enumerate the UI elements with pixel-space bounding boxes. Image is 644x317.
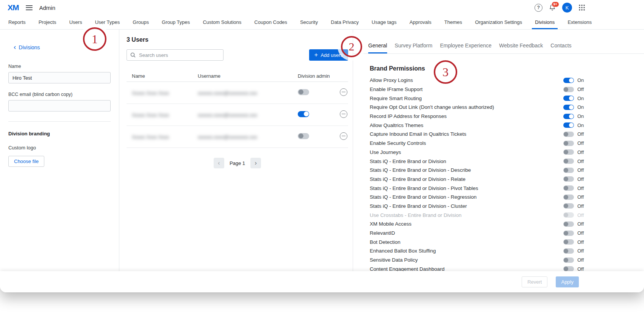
tab-employee-experience[interactable]: Employee Experience	[440, 42, 491, 53]
permission-state: Off	[577, 176, 587, 182]
permissions-tabs: GeneralSurvey PlatformEmployee Experienc…	[353, 30, 644, 54]
permission-toggle[interactable]	[563, 185, 574, 191]
permission-toggle[interactable]	[563, 158, 574, 164]
app-grid-icon[interactable]	[578, 4, 585, 11]
permission-toggle[interactable]	[563, 231, 574, 236]
permission-row-stats-iq-entire-brand-or-division-cluster: Stats iQ - Entire Brand or Division - Cl…	[370, 202, 587, 211]
tab-website-feedback[interactable]: Website Feedback	[499, 42, 543, 53]
nav-tab-projects[interactable]: Projects	[39, 15, 56, 29]
annotation-number: 3	[442, 65, 449, 79]
nav-tab-security[interactable]: Security	[300, 15, 318, 29]
user-name-redacted: Xxxxx Xxxx Xxxx	[132, 90, 169, 96]
permission-label: Sensitive Data Policy	[370, 257, 563, 263]
brand-permissions-heading: Brand Permissions	[370, 65, 644, 72]
back-link-label: Divisions	[19, 44, 40, 50]
permission-label: RelevantID	[370, 230, 563, 236]
permission-row-stats-iq-entire-brand-or-division: Stats iQ - Entire Brand or DivisionOff	[370, 157, 587, 166]
permission-row-stats-iq-entire-brand-or-division-regression: Stats iQ - Entire Brand or Division - Re…	[370, 193, 587, 202]
permission-toggle[interactable]	[563, 176, 574, 182]
remove-user-icon[interactable]	[340, 132, 347, 140]
nav-tab-coupon-codes[interactable]: Coupon Codes	[254, 15, 287, 29]
permission-toggle[interactable]	[563, 257, 574, 263]
nav-tab-data-privacy[interactable]: Data Privacy	[331, 15, 359, 29]
permission-toggle[interactable]	[563, 78, 574, 83]
permission-toggle[interactable]	[563, 105, 574, 110]
division-admin-toggle[interactable]	[298, 133, 309, 139]
user-username-redacted: xxxxxx.xxxx@xxxxxxxx.xxx	[198, 112, 257, 118]
permission-label: Allow Proxy Logins	[370, 77, 563, 83]
permission-toggle[interactable]	[563, 221, 574, 227]
permission-label: Stats iQ - Entire Brand or Division - Re…	[370, 176, 563, 182]
permission-label: Enable Security Controls	[370, 140, 563, 146]
nav-tab-reports[interactable]: Reports	[8, 15, 26, 29]
permission-toggle[interactable]	[563, 195, 574, 200]
permission-toggle[interactable]	[563, 248, 574, 254]
tab-general[interactable]: General	[368, 42, 387, 53]
tab-survey-platform[interactable]: Survey Platform	[395, 42, 433, 53]
top-bar-right: ? 9+ K	[535, 3, 585, 13]
nav-tab-organization-settings[interactable]: Organization Settings	[475, 15, 522, 29]
avatar[interactable]: K	[562, 3, 572, 13]
user-name-redacted: Xxxxx Xxxx Xxxx	[132, 112, 169, 118]
permission-toggle[interactable]	[563, 96, 574, 101]
permission-row-sensitive-data-policy: Sensitive Data PolicyOff	[370, 256, 587, 265]
notifications-bell-icon[interactable]: 9+	[549, 4, 556, 11]
permission-row-xm-mobile-access: XM Mobile AccessOff	[370, 220, 587, 229]
permission-toggle[interactable]	[563, 149, 574, 155]
apply-button[interactable]: Apply	[556, 276, 579, 287]
nav-tab-usage-tags[interactable]: Usage tags	[372, 15, 397, 29]
division-name-input[interactable]	[8, 72, 111, 83]
nav-tab-themes[interactable]: Themes	[444, 15, 462, 29]
bcc-email-input[interactable]	[8, 100, 111, 111]
nav-tab-users[interactable]: Users	[69, 15, 82, 29]
permission-label: Enable IFrame Support	[370, 86, 563, 92]
permission-row-bot-detection: Bot DetectionOff	[370, 237, 587, 246]
content-area: ‹ Divisions Name BCC email (blind carbon…	[0, 30, 644, 271]
previous-page-button[interactable]: ‹	[214, 158, 224, 168]
permission-toggle[interactable]	[563, 87, 574, 92]
division-admin-toggle[interactable]	[298, 89, 309, 95]
nav-tab-custom-solutions[interactable]: Custom Solutions	[203, 15, 241, 29]
plus-icon: +	[314, 52, 318, 58]
permission-row-allow-proxy-logins: Allow Proxy LoginsOn	[370, 76, 587, 85]
permission-label: Stats iQ - Entire Brand or Division	[370, 158, 563, 164]
user-username-redacted: xxxxxx.xxxx@xxxxxxxx.xxx	[198, 134, 257, 140]
nav-tab-groups[interactable]: Groups	[133, 15, 149, 29]
permission-state: Off	[577, 257, 587, 263]
top-bar-left: XM Admin	[8, 3, 55, 12]
table-row: Xxxxx Xxxx Xxxxxxxxxx.xxxx@xxxxxxxx.xxx	[127, 126, 348, 148]
remove-user-icon[interactable]	[340, 110, 347, 118]
back-to-divisions-link[interactable]: ‹ Divisions	[14, 44, 40, 50]
permission-label: XM Mobile Access	[370, 221, 563, 227]
nav-tab-group-types[interactable]: Group Types	[162, 15, 190, 29]
permission-toggle[interactable]	[563, 203, 574, 209]
permission-toggle[interactable]	[563, 122, 574, 128]
nav-tab-approvals[interactable]: Approvals	[410, 15, 431, 29]
remove-user-icon[interactable]	[340, 88, 347, 96]
permission-label: Stats iQ - Entire Brand or Division - Pi…	[370, 185, 563, 191]
tab-contacts[interactable]: Contacts	[550, 42, 571, 53]
users-toolbar: + Add users	[127, 49, 348, 61]
permission-toggle[interactable]	[563, 132, 574, 137]
permission-state: Off	[577, 167, 587, 173]
permission-state: Off	[577, 248, 587, 254]
help-icon[interactable]: ?	[535, 4, 542, 12]
nav-tab-divisions[interactable]: Divisions	[535, 15, 555, 29]
permission-toggle[interactable]	[563, 114, 574, 119]
next-page-button[interactable]: ›	[250, 158, 261, 168]
division-admin-toggle[interactable]	[298, 111, 309, 117]
permission-toggle[interactable]	[563, 141, 574, 146]
nav-tab-extensions[interactable]: Extensions	[567, 15, 592, 29]
permission-toggle[interactable]	[563, 239, 574, 245]
revert-button[interactable]: Revert	[522, 276, 547, 287]
chevron-left-icon: ‹	[14, 43, 16, 50]
search-users-input[interactable]	[127, 49, 224, 61]
permission-state: Off	[577, 194, 587, 200]
permission-toggle[interactable]	[563, 168, 574, 173]
nav-tab-user-types[interactable]: User Types	[95, 15, 120, 29]
hamburger-menu-icon[interactable]	[26, 5, 33, 10]
permission-state: Off	[577, 86, 587, 92]
permission-state: Off	[577, 149, 587, 155]
choose-file-button[interactable]: Choose file	[8, 156, 44, 167]
permission-toggle[interactable]	[563, 266, 574, 271]
